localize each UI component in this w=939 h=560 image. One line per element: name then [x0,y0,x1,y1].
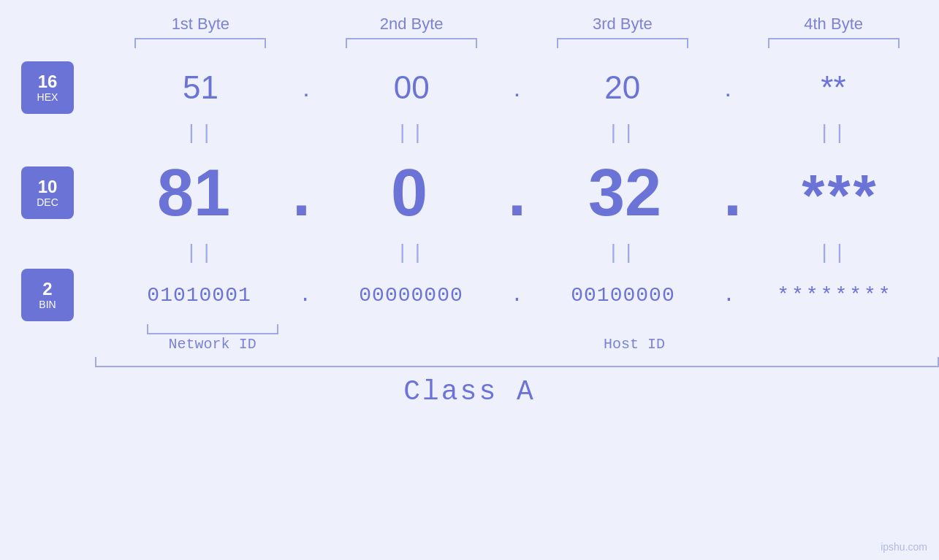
equals2-b1: || [95,237,306,269]
bin-byte2: 00000000 [307,284,515,307]
byte4-header: 4th Byte [728,15,939,34]
equals-row-2: || || || || [0,237,939,269]
watermark: ipshu.com [881,541,927,553]
dec-dot3: . [723,156,742,231]
hex-byte3: 20 [517,69,728,106]
network-id-label: Network ID [95,336,330,353]
bin-byte1: 01010001 [95,284,303,307]
bracket-byte2 [306,38,517,48]
main-container: 1st Byte 2nd Byte 3rd Byte 4th Byte [0,0,939,560]
bracket-byte4 [728,38,939,48]
network-bracket [147,324,278,334]
dec-dot2: . [508,156,526,231]
equals1-b3: || [517,118,729,149]
class-row: Class A [0,376,939,407]
byte3-header: 3rd Byte [517,15,729,34]
host-id-label: Host ID [330,336,939,353]
full-bottom-bracket [95,357,939,367]
byte1-header: 1st Byte [95,15,306,34]
bin-row: 2 BIN 01010001 . 00000000 . 00100000 . *… [0,269,939,321]
equals-row-1: || || || || [0,117,939,149]
equals2-b4: || [728,237,939,269]
equals1-b1: || [95,118,306,149]
bin-byte3: 00100000 [519,284,727,307]
hex-row: 16 HEX 51 . 00 . 20 . ** [0,58,939,117]
hex-label-box: 16 HEX [21,61,74,114]
equals1-b2: || [306,118,517,149]
equals2-b3: || [517,237,729,269]
id-labels-row: Network ID Host ID [0,336,939,353]
dec-byte2: 0 [311,156,508,231]
dec-byte3: 32 [526,156,723,231]
bin-byte4: ******** [731,284,939,307]
equals1-b4: || [728,118,939,149]
equals2-b2: || [306,237,517,269]
hex-byte2: 00 [306,69,517,106]
dec-byte1: 81 [95,156,292,231]
bracket-byte1 [95,38,306,48]
dec-dot1: . [292,156,311,231]
dec-label-box: 10 DEC [21,166,74,219]
hex-byte1: 51 [95,69,306,106]
hex-byte4: ** [728,69,939,106]
dec-byte4: *** [742,162,939,229]
dec-row: 10 DEC 81 . 0 . 32 . *** [0,149,939,237]
bracket-byte3 [517,38,729,48]
bin-label-box: 2 BIN [21,269,74,321]
byte2-header: 2nd Byte [306,15,517,34]
